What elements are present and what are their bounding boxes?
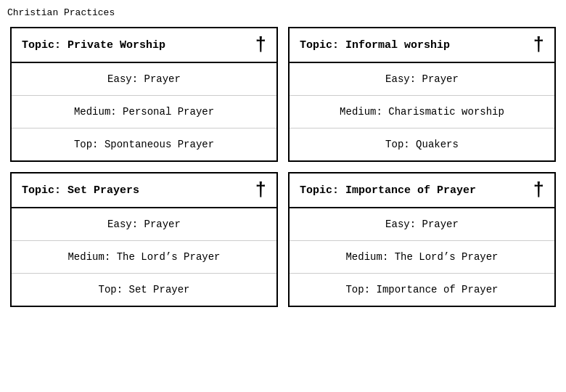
card-row-set-prayers-0: Easy: Prayer bbox=[12, 208, 276, 241]
page-title: Christian Practices bbox=[7, 7, 559, 18]
card-private-worship: Topic: Private Worship†Easy: PrayerMediu… bbox=[10, 27, 278, 162]
card-informal-worship: Topic: Informal worship†Easy: PrayerMedi… bbox=[288, 27, 556, 162]
card-header-set-prayers: Topic: Set Prayers† bbox=[12, 173, 276, 208]
card-row-importance-of-prayer-2: Top: Importance of Prayer bbox=[290, 274, 554, 306]
card-row-informal-worship-0: Easy: Prayer bbox=[290, 63, 554, 96]
card-title-private-worship: Topic: Private Worship bbox=[22, 39, 165, 52]
cross-icon-informal-worship: † bbox=[533, 36, 544, 54]
card-row-private-worship-0: Easy: Prayer bbox=[12, 63, 276, 96]
card-header-informal-worship: Topic: Informal worship† bbox=[290, 28, 554, 63]
cross-icon-set-prayers: † bbox=[255, 181, 266, 200]
card-row-private-worship-2: Top: Spontaneous Prayer bbox=[12, 128, 276, 160]
card-set-prayers: Topic: Set Prayers†Easy: PrayerMedium: T… bbox=[10, 172, 278, 307]
card-row-informal-worship-1: Medium: Charismatic worship bbox=[290, 96, 554, 128]
card-row-importance-of-prayer-1: Medium: The Lord’s Prayer bbox=[290, 241, 554, 274]
card-row-set-prayers-1: Medium: The Lord’s Prayer bbox=[12, 241, 276, 274]
cross-icon-private-worship: † bbox=[255, 36, 266, 54]
cards-grid: Topic: Private Worship†Easy: PrayerMediu… bbox=[7, 24, 559, 310]
card-header-importance-of-prayer: Topic: Importance of Prayer† bbox=[290, 173, 554, 208]
card-title-importance-of-prayer: Topic: Importance of Prayer bbox=[300, 184, 476, 197]
card-row-set-prayers-2: Top: Set Prayer bbox=[12, 274, 276, 306]
card-row-informal-worship-2: Top: Quakers bbox=[290, 128, 554, 160]
cross-icon-importance-of-prayer: † bbox=[533, 181, 544, 200]
card-header-private-worship: Topic: Private Worship† bbox=[12, 28, 276, 63]
card-title-set-prayers: Topic: Set Prayers bbox=[22, 184, 139, 197]
card-importance-of-prayer: Topic: Importance of Prayer†Easy: Prayer… bbox=[288, 172, 556, 307]
card-row-importance-of-prayer-0: Easy: Prayer bbox=[290, 208, 554, 241]
card-title-informal-worship: Topic: Informal worship bbox=[300, 39, 450, 52]
card-row-private-worship-1: Medium: Personal Prayer bbox=[12, 96, 276, 128]
